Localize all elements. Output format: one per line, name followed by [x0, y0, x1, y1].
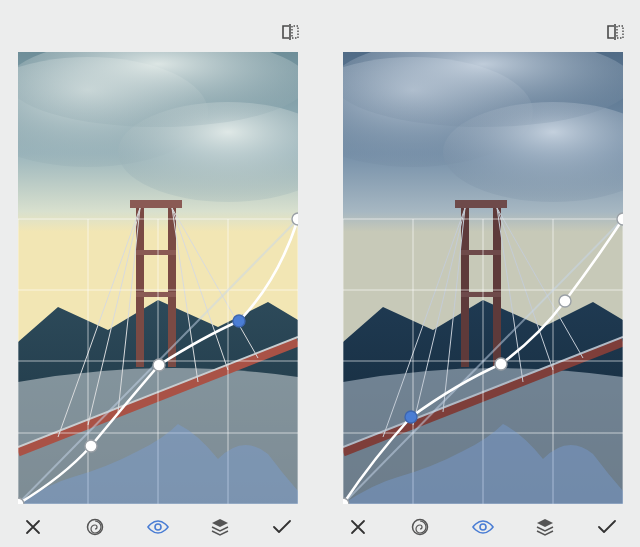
check-icon[interactable]	[267, 520, 297, 534]
editor-panel-left	[0, 0, 315, 547]
curves-overlay[interactable]	[343, 52, 623, 504]
curve-point[interactable]	[617, 213, 623, 225]
layers-icon[interactable]	[530, 518, 560, 536]
close-icon[interactable]	[18, 519, 48, 535]
curve-point[interactable]	[495, 358, 507, 370]
close-icon[interactable]	[343, 519, 373, 535]
swirl-icon[interactable]	[80, 518, 110, 536]
curve-point[interactable]	[85, 440, 97, 452]
bottom-toolbar	[0, 507, 315, 547]
svg-point-26	[88, 520, 103, 535]
eye-icon[interactable]	[143, 520, 173, 534]
layers-icon[interactable]	[205, 518, 235, 536]
eye-icon[interactable]	[468, 520, 498, 534]
svg-point-27	[155, 524, 161, 530]
curve-point-selected[interactable]	[233, 315, 245, 327]
bottom-toolbar	[325, 507, 640, 547]
swirl-icon[interactable]	[405, 518, 435, 536]
photo-canvas[interactable]	[18, 52, 298, 504]
svg-point-54	[413, 520, 428, 535]
check-icon[interactable]	[592, 520, 622, 534]
curve-point-selected[interactable]	[405, 411, 417, 423]
curves-overlay[interactable]	[18, 52, 298, 504]
editor-panel-right	[325, 0, 640, 547]
curve-point[interactable]	[292, 213, 298, 225]
svg-point-55	[480, 524, 486, 530]
compare-icon[interactable]	[281, 24, 301, 44]
curve-point[interactable]	[153, 359, 165, 371]
compare-icon[interactable]	[606, 24, 626, 44]
photo-canvas[interactable]	[343, 52, 623, 504]
curve-point[interactable]	[559, 295, 571, 307]
